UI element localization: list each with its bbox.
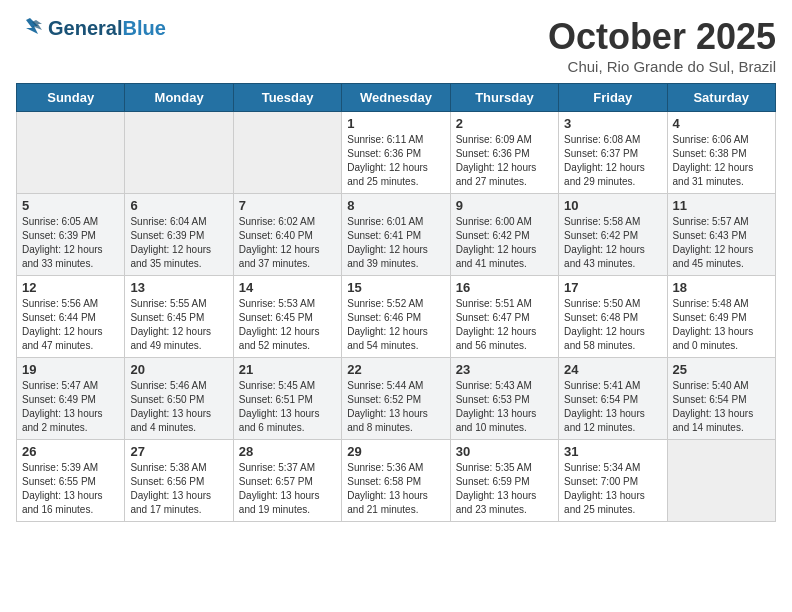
- weekday-header-wednesday: Wednesday: [342, 84, 450, 112]
- day-info: Sunrise: 5:36 AM Sunset: 6:58 PM Dayligh…: [347, 461, 444, 517]
- day-info: Sunrise: 5:46 AM Sunset: 6:50 PM Dayligh…: [130, 379, 227, 435]
- calendar-cell: [17, 112, 125, 194]
- weekday-header-friday: Friday: [559, 84, 667, 112]
- day-number: 1: [347, 116, 444, 131]
- day-number: 19: [22, 362, 119, 377]
- calendar-cell: 30Sunrise: 5:35 AM Sunset: 6:59 PM Dayli…: [450, 440, 558, 522]
- day-number: 18: [673, 280, 770, 295]
- calendar-cell: 24Sunrise: 5:41 AM Sunset: 6:54 PM Dayli…: [559, 358, 667, 440]
- weekday-header-saturday: Saturday: [667, 84, 775, 112]
- day-info: Sunrise: 5:45 AM Sunset: 6:51 PM Dayligh…: [239, 379, 336, 435]
- calendar-cell: 19Sunrise: 5:47 AM Sunset: 6:49 PM Dayli…: [17, 358, 125, 440]
- calendar-cell: 16Sunrise: 5:51 AM Sunset: 6:47 PM Dayli…: [450, 276, 558, 358]
- calendar-subtitle: Chui, Rio Grande do Sul, Brazil: [548, 58, 776, 75]
- day-info: Sunrise: 5:50 AM Sunset: 6:48 PM Dayligh…: [564, 297, 661, 353]
- calendar-cell: 29Sunrise: 5:36 AM Sunset: 6:58 PM Dayli…: [342, 440, 450, 522]
- day-number: 22: [347, 362, 444, 377]
- day-info: Sunrise: 5:48 AM Sunset: 6:49 PM Dayligh…: [673, 297, 770, 353]
- calendar-cell: 15Sunrise: 5:52 AM Sunset: 6:46 PM Dayli…: [342, 276, 450, 358]
- day-info: Sunrise: 5:58 AM Sunset: 6:42 PM Dayligh…: [564, 215, 661, 271]
- calendar-title: October 2025: [548, 16, 776, 58]
- day-info: Sunrise: 5:47 AM Sunset: 6:49 PM Dayligh…: [22, 379, 119, 435]
- day-number: 7: [239, 198, 336, 213]
- day-info: Sunrise: 6:11 AM Sunset: 6:36 PM Dayligh…: [347, 133, 444, 189]
- day-number: 5: [22, 198, 119, 213]
- day-number: 10: [564, 198, 661, 213]
- day-info: Sunrise: 6:00 AM Sunset: 6:42 PM Dayligh…: [456, 215, 553, 271]
- calendar-cell: 9Sunrise: 6:00 AM Sunset: 6:42 PM Daylig…: [450, 194, 558, 276]
- day-info: Sunrise: 5:35 AM Sunset: 6:59 PM Dayligh…: [456, 461, 553, 517]
- day-number: 9: [456, 198, 553, 213]
- day-number: 23: [456, 362, 553, 377]
- day-info: Sunrise: 5:37 AM Sunset: 6:57 PM Dayligh…: [239, 461, 336, 517]
- weekday-header-tuesday: Tuesday: [233, 84, 341, 112]
- calendar-cell: 6Sunrise: 6:04 AM Sunset: 6:39 PM Daylig…: [125, 194, 233, 276]
- day-info: Sunrise: 6:04 AM Sunset: 6:39 PM Dayligh…: [130, 215, 227, 271]
- day-number: 15: [347, 280, 444, 295]
- weekday-header-thursday: Thursday: [450, 84, 558, 112]
- day-number: 25: [673, 362, 770, 377]
- day-info: Sunrise: 6:01 AM Sunset: 6:41 PM Dayligh…: [347, 215, 444, 271]
- weekday-header-row: SundayMondayTuesdayWednesdayThursdayFrid…: [17, 84, 776, 112]
- calendar-week-row: 19Sunrise: 5:47 AM Sunset: 6:49 PM Dayli…: [17, 358, 776, 440]
- calendar-cell: 27Sunrise: 5:38 AM Sunset: 6:56 PM Dayli…: [125, 440, 233, 522]
- calendar-cell: 12Sunrise: 5:56 AM Sunset: 6:44 PM Dayli…: [17, 276, 125, 358]
- day-number: 2: [456, 116, 553, 131]
- calendar-cell: [667, 440, 775, 522]
- day-number: 26: [22, 444, 119, 459]
- calendar-cell: 13Sunrise: 5:55 AM Sunset: 6:45 PM Dayli…: [125, 276, 233, 358]
- page-header: General Blue October 2025 Chui, Rio Gran…: [16, 16, 776, 75]
- day-info: Sunrise: 5:39 AM Sunset: 6:55 PM Dayligh…: [22, 461, 119, 517]
- calendar-table: SundayMondayTuesdayWednesdayThursdayFrid…: [16, 83, 776, 522]
- calendar-cell: 18Sunrise: 5:48 AM Sunset: 6:49 PM Dayli…: [667, 276, 775, 358]
- logo-blue: Blue: [122, 17, 165, 40]
- day-info: Sunrise: 6:02 AM Sunset: 6:40 PM Dayligh…: [239, 215, 336, 271]
- calendar-cell: 28Sunrise: 5:37 AM Sunset: 6:57 PM Dayli…: [233, 440, 341, 522]
- calendar-cell: 8Sunrise: 6:01 AM Sunset: 6:41 PM Daylig…: [342, 194, 450, 276]
- calendar-week-row: 5Sunrise: 6:05 AM Sunset: 6:39 PM Daylig…: [17, 194, 776, 276]
- calendar-cell: 2Sunrise: 6:09 AM Sunset: 6:36 PM Daylig…: [450, 112, 558, 194]
- day-number: 24: [564, 362, 661, 377]
- day-info: Sunrise: 5:51 AM Sunset: 6:47 PM Dayligh…: [456, 297, 553, 353]
- day-number: 11: [673, 198, 770, 213]
- day-info: Sunrise: 5:34 AM Sunset: 7:00 PM Dayligh…: [564, 461, 661, 517]
- calendar-cell: 14Sunrise: 5:53 AM Sunset: 6:45 PM Dayli…: [233, 276, 341, 358]
- day-number: 17: [564, 280, 661, 295]
- day-info: Sunrise: 6:06 AM Sunset: 6:38 PM Dayligh…: [673, 133, 770, 189]
- calendar-cell: 3Sunrise: 6:08 AM Sunset: 6:37 PM Daylig…: [559, 112, 667, 194]
- calendar-cell: [125, 112, 233, 194]
- calendar-week-row: 1Sunrise: 6:11 AM Sunset: 6:36 PM Daylig…: [17, 112, 776, 194]
- title-block: October 2025 Chui, Rio Grande do Sul, Br…: [548, 16, 776, 75]
- day-number: 6: [130, 198, 227, 213]
- logo: General Blue: [16, 16, 166, 40]
- day-info: Sunrise: 5:52 AM Sunset: 6:46 PM Dayligh…: [347, 297, 444, 353]
- calendar-cell: 21Sunrise: 5:45 AM Sunset: 6:51 PM Dayli…: [233, 358, 341, 440]
- day-number: 28: [239, 444, 336, 459]
- day-number: 27: [130, 444, 227, 459]
- day-info: Sunrise: 5:38 AM Sunset: 6:56 PM Dayligh…: [130, 461, 227, 517]
- calendar-cell: 1Sunrise: 6:11 AM Sunset: 6:36 PM Daylig…: [342, 112, 450, 194]
- calendar-cell: 23Sunrise: 5:43 AM Sunset: 6:53 PM Dayli…: [450, 358, 558, 440]
- day-number: 12: [22, 280, 119, 295]
- day-number: 20: [130, 362, 227, 377]
- day-info: Sunrise: 5:44 AM Sunset: 6:52 PM Dayligh…: [347, 379, 444, 435]
- day-info: Sunrise: 5:43 AM Sunset: 6:53 PM Dayligh…: [456, 379, 553, 435]
- calendar-week-row: 12Sunrise: 5:56 AM Sunset: 6:44 PM Dayli…: [17, 276, 776, 358]
- day-info: Sunrise: 5:55 AM Sunset: 6:45 PM Dayligh…: [130, 297, 227, 353]
- day-info: Sunrise: 5:56 AM Sunset: 6:44 PM Dayligh…: [22, 297, 119, 353]
- day-number: 3: [564, 116, 661, 131]
- day-number: 21: [239, 362, 336, 377]
- calendar-week-row: 26Sunrise: 5:39 AM Sunset: 6:55 PM Dayli…: [17, 440, 776, 522]
- day-info: Sunrise: 6:05 AM Sunset: 6:39 PM Dayligh…: [22, 215, 119, 271]
- day-number: 14: [239, 280, 336, 295]
- calendar-cell: 10Sunrise: 5:58 AM Sunset: 6:42 PM Dayli…: [559, 194, 667, 276]
- day-number: 8: [347, 198, 444, 213]
- calendar-cell: [233, 112, 341, 194]
- weekday-header-sunday: Sunday: [17, 84, 125, 112]
- day-number: 31: [564, 444, 661, 459]
- logo-icon: [16, 16, 44, 40]
- day-number: 16: [456, 280, 553, 295]
- day-info: Sunrise: 5:57 AM Sunset: 6:43 PM Dayligh…: [673, 215, 770, 271]
- calendar-cell: 7Sunrise: 6:02 AM Sunset: 6:40 PM Daylig…: [233, 194, 341, 276]
- day-info: Sunrise: 5:53 AM Sunset: 6:45 PM Dayligh…: [239, 297, 336, 353]
